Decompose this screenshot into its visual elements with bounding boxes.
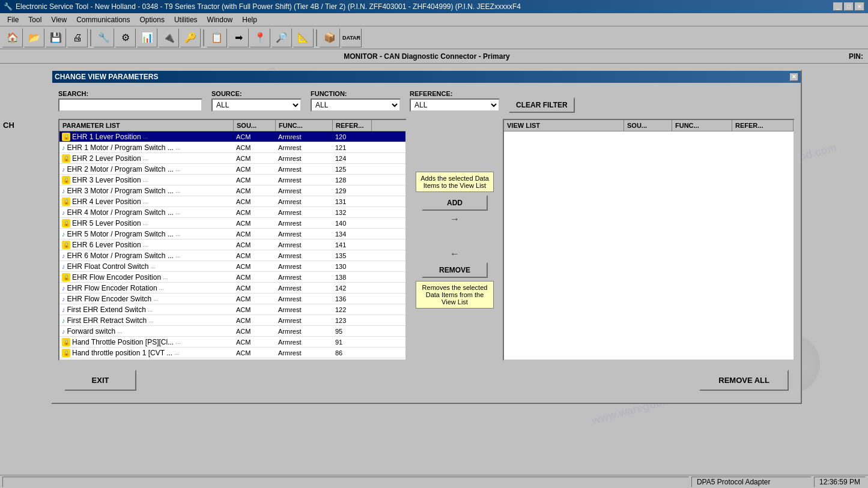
menu-file[interactable]: File	[2, 14, 23, 25]
param-cell-func: Armrest	[276, 349, 333, 357]
param-cell-sou: ACM	[234, 284, 276, 292]
param-cell-name: 🔒 Hand throttle position 1 [CVT ... ...	[59, 348, 234, 358]
maximize-button[interactable]: □	[844, 2, 854, 11]
param-cell-func: Armrest	[276, 295, 333, 303]
view-list-header: VIEW LIST SOU... FUNC... REFER...	[504, 120, 794, 131]
param-list-row[interactable]: ♪ EHR Flow Encoder Rotation ... ACM Armr…	[59, 283, 405, 294]
param-list-row[interactable]: ♪ First EHR Retract Switch ... ACM Armre…	[59, 315, 405, 326]
tool-arrow[interactable]: ➡	[228, 28, 249, 47]
tool-settings[interactable]: ⚙	[115, 28, 136, 47]
param-cell-func: Joystick	[276, 360, 333, 360]
param-list-row[interactable]: 🔒 Hand throttle position 1 [CVT ... ... …	[59, 348, 405, 358]
param-cell-sou: ACM	[234, 316, 276, 325]
tool-measure[interactable]: 📐	[293, 28, 314, 47]
app-icon: 🔧	[4, 2, 13, 11]
exit-button[interactable]: EXIT	[64, 370, 136, 391]
param-list-row[interactable]: ♪ Joystick 1 Button 1 ... ACM Joystick 7…	[59, 358, 405, 360]
param-list-row[interactable]: 🔒 EHR 2 Lever Position ... ACM Armrest 1…	[59, 153, 405, 164]
add-button[interactable]: ADD	[422, 195, 488, 211]
param-list-row[interactable]: ♪ EHR 6 Motor / Program Switch ... ... A…	[59, 250, 405, 261]
param-list-row[interactable]: 🔒 EHR 1 Lever Position ... ACM Armrest 1…	[59, 131, 405, 142]
menu-view[interactable]: View	[46, 14, 71, 25]
tool-home[interactable]: 🏠	[2, 28, 23, 47]
view-header-sou: SOU...	[624, 120, 672, 131]
tool-wrench[interactable]: 🔧	[94, 28, 114, 47]
param-header-name: PARAMETER LIST	[59, 120, 234, 131]
param-cell-refer: 134	[333, 230, 372, 238]
music-icon: ♪	[62, 187, 65, 194]
remove-button[interactable]: REMOVE	[422, 262, 488, 278]
param-cell-name: ♪ EHR 4 Motor / Program Switch ... ...	[59, 208, 234, 217]
param-list-row[interactable]: ♪ EHR Float Control Switch ... ACM Armre…	[59, 261, 405, 272]
param-list-row[interactable]: ♪ EHR 2 Motor / Program Switch ... ... A…	[59, 164, 405, 175]
param-list-body: 🔒 EHR 1 Lever Position ... ACM Armrest 1…	[59, 131, 405, 360]
music-icon: ♪	[62, 166, 65, 173]
status-pin: PIN:	[849, 52, 863, 61]
clear-filter-button[interactable]: CLEAR FILTER	[509, 97, 575, 113]
music-icon: ♪	[62, 230, 65, 238]
function-select[interactable]: ALL	[311, 98, 401, 112]
tool-key[interactable]: 🔑	[180, 28, 201, 47]
param-cell-name: ♪ Joystick 1 Button 1 ...	[59, 359, 234, 360]
minimize-button[interactable]: _	[833, 2, 843, 11]
reference-select[interactable]: ALL	[410, 98, 500, 112]
arrow-left-icon: ←	[450, 249, 460, 259]
menu-utilities[interactable]: Utilities	[169, 14, 202, 25]
view-list-container: VIEW LIST SOU... FUNC... REFER...	[503, 119, 795, 361]
param-cell-name: ♪ Forward switch ...	[59, 327, 234, 336]
yellow-icon: 🔒	[62, 241, 70, 249]
menu-window[interactable]: Window	[202, 14, 238, 25]
param-list-row[interactable]: 🔒 EHR 4 Lever Position ... ACM Armrest 1…	[59, 196, 405, 207]
bottom-left-buttons: EXIT	[64, 370, 136, 391]
param-cell-refer: 129	[333, 187, 372, 195]
param-list-row[interactable]: ♪ EHR 4 Motor / Program Switch ... ... A…	[59, 207, 405, 218]
menu-options[interactable]: Options	[135, 14, 169, 25]
tool-save[interactable]: 💾	[46, 28, 66, 47]
menu-tool[interactable]: Tool	[23, 14, 46, 25]
param-cell-func: Armrest	[276, 338, 333, 346]
tool-chart[interactable]: 📊	[137, 28, 157, 47]
search-input[interactable]	[58, 98, 202, 112]
title-bar-controls[interactable]: _ □ ✕	[833, 2, 864, 11]
param-list-row[interactable]: ♪ EHR 3 Motor / Program Switch ... ... A…	[59, 185, 405, 196]
param-list-row[interactable]: ♪ Forward switch ... ACM Armrest 95	[59, 326, 405, 337]
param-cell-sou: ACM	[234, 338, 276, 346]
source-select[interactable]: ALL	[211, 98, 302, 112]
tool-package[interactable]: 📦	[320, 28, 340, 47]
tool-list[interactable]: 📋	[207, 28, 227, 47]
tool-datar[interactable]: DATAR	[341, 28, 362, 47]
param-cell-sou: ACM	[234, 295, 276, 303]
yellow-icon: 🔒	[62, 273, 70, 282]
menu-help[interactable]: Help	[237, 14, 262, 25]
close-button[interactable]: ✕	[855, 2, 864, 11]
remove-all-button[interactable]: REMOVE ALL	[699, 370, 789, 391]
param-list-row[interactable]: 🔒 EHR Flow Encoder Position ... ACM Armr…	[59, 272, 405, 283]
param-list-row[interactable]: ♪ EHR 1 Motor / Program Switch ... ... A…	[59, 142, 405, 153]
param-cell-func: Armrest	[276, 219, 333, 227]
tool-connection[interactable]: 🔌	[159, 28, 179, 47]
menu-communications[interactable]: Communications	[71, 14, 135, 25]
modal-close-button[interactable]: ✕	[790, 73, 798, 81]
param-list-row[interactable]: ♪ EHR 5 Motor / Program Switch ... ... A…	[59, 229, 405, 239]
tool-print[interactable]: 🖨	[67, 28, 88, 47]
change-view-modal: CHANGE VIEW PARAMETERS ✕ SEARCH: SOURCE:…	[51, 70, 802, 404]
param-cell-name: ♪ First EHR Extend Switch ...	[59, 305, 234, 315]
tool-open[interactable]: 📂	[24, 28, 44, 47]
search-label: SEARCH:	[58, 90, 202, 97]
view-header-func: FUNC...	[672, 120, 732, 131]
param-list-row[interactable]: ♪ First EHR Extend Switch ... ACM Armres…	[59, 304, 405, 315]
music-icon: ♪	[62, 252, 65, 259]
param-list-row[interactable]: 🔒 EHR 5 Lever Position ... ACM Armrest 1…	[59, 218, 405, 229]
tool-pin[interactable]: 📍	[250, 28, 270, 47]
param-list-row[interactable]: 🔒 EHR 3 Lever Position ... ACM Armrest 1…	[59, 175, 405, 185]
modal-title: CHANGE VIEW PARAMETERS	[55, 73, 158, 81]
toolbar-separator-3	[316, 29, 317, 46]
param-list-row[interactable]: ♪ EHR Flow Encoder Switch ... ACM Armres…	[59, 294, 405, 304]
param-list-row[interactable]: 🔒 Hand Throttle Position [PS][Cl... ... …	[59, 337, 405, 348]
param-list-row[interactable]: 🔒 EHR 6 Lever Position ... ACM Armrest 1…	[59, 239, 405, 250]
bottom-right-buttons: REMOVE ALL	[699, 370, 789, 391]
tool-search[interactable]: 🔎	[272, 28, 292, 47]
param-cell-refer: 141	[333, 241, 372, 249]
param-cell-name: 🔒 EHR 2 Lever Position ...	[59, 154, 234, 163]
param-cell-name: 🔒 EHR 1 Lever Position ...	[59, 132, 234, 142]
